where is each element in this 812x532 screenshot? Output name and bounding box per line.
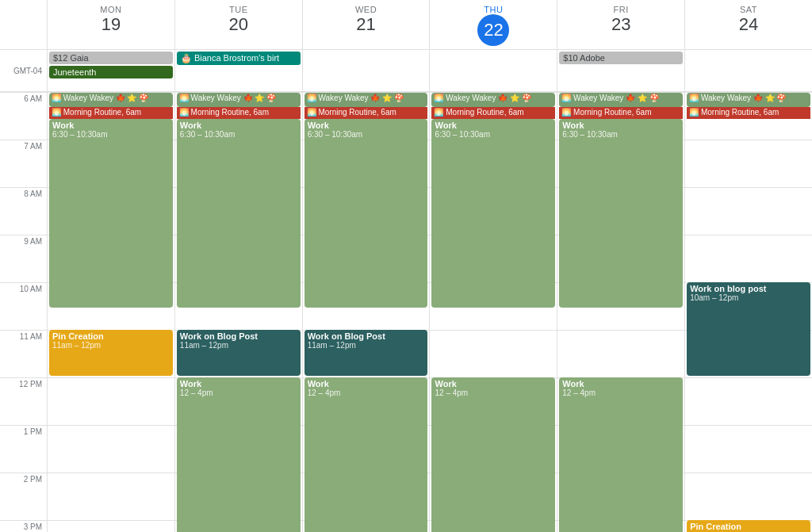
day-name-thu: THU [430,5,557,14]
time-gutter: 6 AM 7 AM 8 AM 9 AM 10 AM 11 AM 12 PM 1 … [0,92,48,532]
event-work-tue-morning[interactable]: Work 6:30 – 10:30am [177,119,301,308]
event-morning-thu[interactable]: 🌅 Morning Routine, 6am [431,107,555,119]
event-pin-creation-mon[interactable]: Pin Creation 11am – 12pm [49,330,173,376]
allday-cell-wed [303,50,431,91]
hour-mon-1 [48,425,174,473]
day-header-mon: MON 19 [48,0,175,49]
hour-label-9am: 9 AM [0,235,47,282]
event-work-thu-morning[interactable]: Work 6:30 – 10:30am [431,119,555,308]
allday-cell-mon: $12 Gaia Juneteenth [48,50,175,91]
event-blog-tue[interactable]: Work on Blog Post 11am – 12pm [177,330,301,376]
hour-mon-12 [48,377,174,425]
event-wakey-sat[interactable]: 🌅 Wakey Wakey 🍁 ⭐ 🍄 [687,93,810,107]
allday-event-adobe[interactable]: $10 Adobe [559,52,683,64]
day-columns: 🌅 Wakey Wakey 🍁 ⭐ 🍄 🌅 Morning Routine, 6… [48,92,812,532]
day-col-thu: 🌅 Wakey Wakey 🍁 ⭐ 🍄 🌅 Morning Routine, 6… [430,92,557,532]
header-row: MON 19 TUE 20 WED 21 THU 22 FRI 23 SAT 2… [0,0,812,50]
day-name-sat: SAT [685,5,812,14]
event-blog-wed[interactable]: Work on Blog Post 11am – 12pm [304,330,428,376]
event-work-thu-afternoon[interactable]: Work 12 – 4pm [431,377,555,532]
day-header-sat: SAT 24 [685,0,812,49]
event-time: 11am – 12pm [52,341,170,350]
hour-label-1pm: 1 PM [0,425,47,473]
event-time: 6:30 – 10:30am [52,130,170,139]
hour-label-7am: 7 AM [0,140,47,187]
event-morning-sat[interactable]: 🌅 Morning Routine, 6am [687,107,810,119]
event-work-wed-morning[interactable]: Work 6:30 – 10:30am [304,119,428,308]
hour-label-6am: 6 AM [0,92,47,140]
allday-row: GMT-04 $12 Gaia Juneteenth 🎂 Bianca Bros… [0,50,812,92]
day-number-mon: 19 [48,14,174,35]
day-number-tue: 20 [175,14,302,35]
day-number-fri: 23 [557,14,684,35]
day-number-wed: 21 [303,14,430,35]
day-number-sat: 24 [685,14,812,35]
allday-event-bianca[interactable]: 🎂 Bianca Brostrom's birt [177,52,301,65]
allday-event-juneteenth[interactable]: Juneteenth [49,66,173,78]
day-col-wed: 🌅 Wakey Wakey 🍁 ⭐ 🍄 🌅 Morning Routine, 6… [303,92,431,532]
hour-label-8am: 8 AM [0,187,47,235]
event-work-fri-afternoon[interactable]: Work 12 – 4pm [559,377,683,532]
hour-label-2pm: 2 PM [0,473,47,520]
day-col-tue: 🌅 Wakey Wakey 🍁 ⭐ 🍄 🌅 Morning Routine, 6… [175,92,303,532]
day-header-fri: FRI 23 [557,0,685,49]
hour-mon-2 [48,473,174,520]
event-wakey-wed[interactable]: 🌅 Wakey Wakey 🍁 ⭐ 🍄 [304,93,428,107]
calendar: MON 19 TUE 20 WED 21 THU 22 FRI 23 SAT 2… [0,0,812,532]
day-col-fri: 🌅 Wakey Wakey 🍁 ⭐ 🍄 🌅 Morning Routine, 6… [557,92,685,532]
allday-cell-tue: 🎂 Bianca Brostrom's birt [175,50,303,91]
event-title: Pin Creation [52,331,170,341]
hour-label-3pm: 3 PM [0,520,47,532]
day-number-thu[interactable]: 22 [477,14,509,46]
day-header-thu: THU 22 [430,0,557,49]
timezone-label [0,0,48,49]
allday-cell-fri: $10 Adobe [557,50,685,91]
day-header-wed: WED 21 [303,0,431,49]
event-blog-sat[interactable]: Work on blog post 10am – 12pm [687,282,810,376]
day-header-tue: TUE 20 [175,0,303,49]
hour-label-12pm: 12 PM [0,377,47,425]
time-grid: 6 AM 7 AM 8 AM 9 AM 10 AM 11 AM 12 PM 1 … [0,92,812,532]
event-work-mon-morning[interactable]: Work 6:30 – 10:30am [49,119,173,308]
allday-label: GMT-04 [0,50,48,91]
day-name-fri: FRI [557,5,684,14]
event-morning-wed[interactable]: 🌅 Morning Routine, 6am [304,107,428,119]
event-wakey-fri[interactable]: 🌅 Wakey Wakey 🍁 ⭐ 🍄 [559,93,683,107]
event-wakey-thu[interactable]: 🌅 Wakey Wakey 🍁 ⭐ 🍄 [431,93,555,107]
hour-label-11am: 11 AM [0,330,47,377]
day-col-mon: 🌅 Wakey Wakey 🍁 ⭐ 🍄 🌅 Morning Routine, 6… [48,92,175,532]
allday-cell-sat [685,50,812,91]
event-work-fri-morning[interactable]: Work 6:30 – 10:30am [559,119,683,308]
event-morning-fri[interactable]: 🌅 Morning Routine, 6am [559,107,683,119]
hour-label-10am: 10 AM [0,282,47,330]
event-wakey-mon[interactable]: 🌅 Wakey Wakey 🍁 ⭐ 🍄 [49,93,173,107]
hour-mon-3 [48,520,174,532]
body-scroll[interactable]: 6 AM 7 AM 8 AM 9 AM 10 AM 11 AM 12 PM 1 … [0,92,812,532]
event-wakey-tue[interactable]: 🌅 Wakey Wakey 🍁 ⭐ 🍄 [177,93,301,107]
event-title: Work [52,121,170,130]
allday-event-gaia[interactable]: $12 Gaia [49,52,173,64]
event-pin-creation-sat[interactable]: Pin Creation 3 – 4pm [687,520,810,532]
allday-cell-thu [430,50,557,91]
event-work-wed-afternoon[interactable]: Work 12 – 4pm [304,377,428,532]
day-name-wed: WED [303,5,430,14]
day-name-tue: TUE [175,5,302,14]
event-morning-tue[interactable]: 🌅 Morning Routine, 6am [177,107,301,119]
day-name-mon: MON [48,5,174,14]
event-work-tue-afternoon[interactable]: Work 12 – 4pm [177,377,301,532]
event-morning-mon[interactable]: 🌅 Morning Routine, 6am [49,107,173,119]
day-col-sat: 🌅 Wakey Wakey 🍁 ⭐ 🍄 🌅 Morning Routine, 6… [685,92,812,532]
